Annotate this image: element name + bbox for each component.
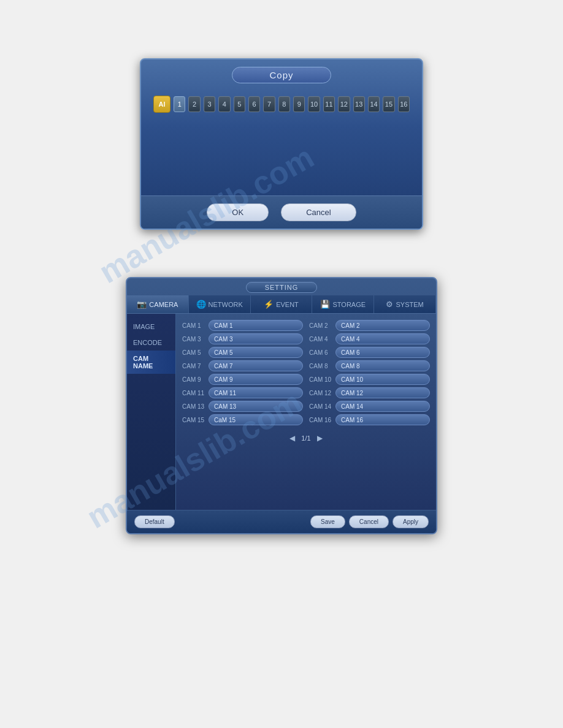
copy-num-13[interactable]: 13: [353, 96, 365, 112]
sidebar-item-encode[interactable]: ENCODE: [127, 335, 175, 351]
copy-num-16[interactable]: 16: [398, 96, 410, 112]
cam-5-label: CAM 5: [182, 349, 205, 356]
table-row: CAM 5 CAM 5: [182, 346, 303, 359]
page-info: 1/1: [301, 434, 310, 442]
setting-body: IMAGE ENCODE CAM NAME CAM 1 CAM 1 CAM 3 …: [127, 314, 436, 510]
cam-15-label: CAM 15: [182, 417, 205, 423]
apply-button[interactable]: Apply: [393, 515, 429, 528]
cam-5-input[interactable]: CAM 5: [209, 347, 303, 358]
setting-sidebar: IMAGE ENCODE CAM NAME: [127, 314, 176, 510]
cam-12-input[interactable]: CAM 12: [335, 387, 430, 398]
copy-content: Al 1 2 3 4 5 6 7 8 9 10 11 12 13 14 15 1…: [141, 89, 422, 195]
copy-dialog: Copy Al 1 2 3 4 5 6 7 8 9 10 11 12 13 14…: [140, 58, 423, 230]
copy-num-5[interactable]: 5: [234, 96, 245, 112]
copy-num-10[interactable]: 10: [308, 96, 320, 112]
cam-15-input[interactable]: CaM 15: [209, 414, 303, 425]
cam-3-input[interactable]: CAM 3: [209, 333, 303, 344]
next-page-button[interactable]: ▶: [317, 434, 323, 442]
tab-event[interactable]: ⚡ EVENT: [251, 295, 313, 313]
cam-14-label: CAM 14: [309, 403, 332, 410]
footer-right-buttons: Save Cancel Apply: [310, 515, 429, 528]
cam-7-input[interactable]: CAM 7: [209, 360, 303, 371]
event-icon: ⚡: [264, 300, 274, 309]
table-row: CAM 16 CAM 16: [309, 413, 430, 427]
copy-num-9[interactable]: 9: [293, 96, 305, 112]
copy-all-button[interactable]: Al: [153, 96, 170, 113]
cam-13-input[interactable]: CAM 13: [209, 401, 303, 412]
sidebar-item-image[interactable]: IMAGE: [127, 319, 175, 335]
cam-4-input[interactable]: CAM 4: [335, 333, 430, 344]
copy-numbers-row: Al 1 2 3 4 5 6 7 8 9 10 11 12 13 14 15 1…: [153, 96, 410, 113]
table-row: CAM 15 CaM 15: [182, 413, 303, 427]
copy-num-6[interactable]: 6: [248, 96, 260, 112]
cam-2-input[interactable]: CAM 2: [335, 320, 430, 331]
copy-num-8[interactable]: 8: [278, 96, 290, 112]
setting-panel: SETTING 📷 CAMERA 🌐 NETWORK ⚡ EVENT 💾 STO…: [126, 277, 437, 534]
cam-9-input[interactable]: CAM 9: [209, 374, 303, 385]
cam-1-input[interactable]: CAM 1: [209, 320, 303, 331]
tab-storage[interactable]: 💾 STORAGE: [312, 295, 374, 313]
table-row: CAM 7 CAM 7: [182, 359, 303, 373]
cam-12-label: CAM 12: [309, 390, 332, 396]
setting-tabs: 📷 CAMERA 🌐 NETWORK ⚡ EVENT 💾 STORAGE ⚙ S…: [127, 295, 436, 314]
copy-num-3[interactable]: 3: [204, 96, 215, 112]
cam-6-label: CAM 6: [309, 349, 332, 356]
cam-10-input[interactable]: CAM 10: [335, 374, 430, 385]
table-row: CAM 3 CAM 3: [182, 332, 303, 346]
table-row: CAM 9 CAM 9: [182, 373, 303, 386]
cam-left-col: CAM 1 CAM 1 CAM 3 CAM 3 CAM 5 CAM 5 CAM …: [182, 319, 303, 427]
cancel-button[interactable]: Cancel: [349, 515, 389, 528]
storage-icon: 💾: [320, 300, 330, 309]
copy-num-15[interactable]: 15: [383, 96, 394, 112]
cam-10-label: CAM 10: [309, 376, 332, 383]
cam-right-col: CAM 2 CAM 2 CAM 4 CAM 4 CAM 6 CAM 6 CAM …: [309, 319, 430, 427]
cam-6-input[interactable]: CAM 6: [335, 347, 430, 358]
tab-camera[interactable]: 📷 CAMERA: [127, 295, 189, 313]
table-row: CAM 6 CAM 6: [309, 346, 430, 359]
default-button[interactable]: Default: [134, 515, 175, 528]
sidebar-item-camname[interactable]: CAM NAME: [127, 351, 175, 374]
tab-network-label: NETWORK: [209, 301, 243, 308]
cam-4-label: CAM 4: [309, 336, 332, 343]
cam-7-label: CAM 7: [182, 363, 205, 370]
copy-num-2[interactable]: 2: [188, 96, 200, 112]
copy-ok-button[interactable]: OK: [207, 203, 269, 221]
cam-9-label: CAM 9: [182, 376, 205, 383]
network-icon: 🌐: [196, 300, 206, 309]
copy-num-1[interactable]: 1: [174, 96, 185, 112]
cam-1-label: CAM 1: [182, 322, 205, 329]
tab-system-label: SYSTEM: [396, 301, 423, 308]
pagination-row: ◀ 1/1 ▶: [182, 427, 430, 446]
setting-title: SETTING: [246, 282, 318, 293]
table-row: CAM 1 CAM 1: [182, 319, 303, 332]
copy-num-4[interactable]: 4: [218, 96, 230, 112]
cam-11-label: CAM 11: [182, 390, 205, 396]
table-row: CAM 12 CAM 12: [309, 386, 430, 400]
camera-icon: 📷: [137, 300, 147, 309]
table-row: CAM 14 CAM 14: [309, 400, 430, 413]
system-icon: ⚙: [386, 300, 393, 309]
tab-camera-label: CAMERA: [149, 301, 178, 308]
prev-page-button[interactable]: ◀: [289, 434, 295, 442]
cam-16-input[interactable]: CAM 16: [335, 414, 430, 425]
copy-num-14[interactable]: 14: [368, 96, 380, 112]
table-row: CAM 13 CAM 13: [182, 400, 303, 413]
setting-main: CAM 1 CAM 1 CAM 3 CAM 3 CAM 5 CAM 5 CAM …: [176, 314, 436, 510]
tab-system[interactable]: ⚙ SYSTEM: [374, 295, 436, 313]
copy-num-7[interactable]: 7: [263, 96, 275, 112]
copy-num-12[interactable]: 12: [338, 96, 350, 112]
setting-footer: Default Save Cancel Apply: [127, 510, 436, 533]
cam-8-input[interactable]: CAM 8: [335, 360, 430, 371]
save-button[interactable]: Save: [310, 515, 345, 528]
setting-title-bar: SETTING: [127, 278, 436, 295]
copy-cancel-button[interactable]: Cancel: [281, 203, 356, 221]
tab-event-label: EVENT: [276, 301, 299, 308]
tab-network[interactable]: 🌐 NETWORK: [189, 295, 251, 313]
tab-storage-label: STORAGE: [332, 301, 366, 308]
cam-11-input[interactable]: CAM 11: [209, 387, 303, 398]
cam-14-input[interactable]: CAM 14: [335, 401, 430, 412]
table-row: CAM 11 CAM 11: [182, 386, 303, 400]
copy-footer: OK Cancel: [141, 195, 422, 229]
copy-num-11[interactable]: 11: [323, 96, 335, 112]
cam-16-label: CAM 16: [309, 417, 332, 423]
